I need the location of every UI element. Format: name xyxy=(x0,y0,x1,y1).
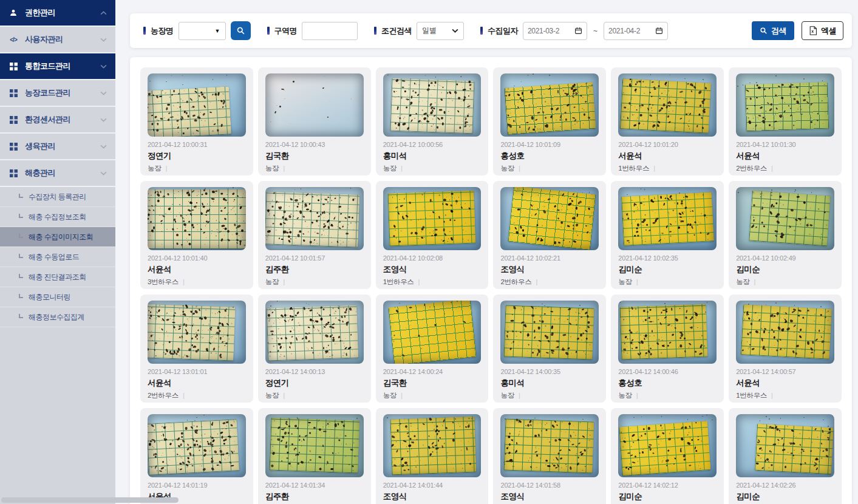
date-to-value: 2021-04-2 xyxy=(608,27,653,35)
zone-name: 농장| xyxy=(618,391,717,400)
trap-photo-thumbnail xyxy=(265,187,364,250)
image-card[interactable]: 2021-04-12 10:01:30 서윤석 2번하우스| xyxy=(729,67,842,175)
sidebar-subitem-해충 수집이미지조회[interactable]: 해충 수집이미지조회 xyxy=(0,227,115,247)
capture-datetime: 2021-04-12 14:00:13 xyxy=(265,368,364,375)
sidebar-subitem-수집장치 등록관리[interactable]: 수집장치 등록관리 xyxy=(0,187,115,207)
farm-name-select[interactable]: ▼ xyxy=(179,22,226,40)
app: 권한관리 </> 사용자관리 통합코드관리 농장코드관리 환경센서관리 생육관리… xyxy=(0,0,858,504)
farmer-name: 김미순 xyxy=(618,264,717,275)
sidebar-subitem-해충정보수집집계[interactable]: 해충정보수집집계 xyxy=(0,307,115,327)
date-from-input[interactable]: 2021-03-2 xyxy=(523,22,587,40)
trap-photo-thumbnail xyxy=(265,301,364,364)
search-icon xyxy=(236,26,245,35)
image-card[interactable]: 2021-04-12 14:01:44 조영식 | xyxy=(376,408,489,504)
image-card[interactable]: 2021-04-12 10:01:40 서윤석 3번하우스| xyxy=(140,181,253,289)
image-card[interactable]: 2021-04-12 10:01:57 김주환 농장| xyxy=(258,181,371,289)
image-card[interactable]: 2021-04-12 14:00:57 서윤석 1번하우스| xyxy=(729,295,842,403)
image-card[interactable]: 2021-04-12 10:02:21 조영식 2번하우스| xyxy=(493,181,606,289)
excel-file-icon: x xyxy=(809,26,817,35)
image-card[interactable]: 2021-04-12 14:00:46 홍성호 농장| xyxy=(611,295,724,403)
trap-photo-thumbnail xyxy=(500,73,599,137)
image-card[interactable]: 2021-04-12 10:00:43 김국환 농장| xyxy=(258,67,371,175)
image-card[interactable]: 2021-04-12 10:01:20 서윤석 1번하우스| xyxy=(611,67,724,175)
sidebar-subitem-해충 수집정보조회[interactable]: 해충 수집정보조회 xyxy=(0,207,115,227)
sidebar-subitem-label: 해충정보수집집계 xyxy=(29,312,84,322)
zone-divider: | xyxy=(771,392,773,399)
image-card[interactable]: 2021-04-12 14:02:26 김미순 | xyxy=(729,408,842,504)
excel-button[interactable]: x 엑셀 xyxy=(802,21,843,40)
sidebar-item-사용자관리[interactable]: </> 사용자관리 xyxy=(0,27,115,53)
trap-photo-thumbnail xyxy=(148,301,246,364)
image-card[interactable]: 2021-04-12 14:00:35 홍미석 농장| xyxy=(493,295,606,403)
sticky-trap xyxy=(267,305,359,362)
label-bar-icon xyxy=(374,27,376,35)
image-card[interactable]: 2021-04-12 13:01:01 서윤석 2번하우스| xyxy=(140,295,253,403)
chevron-down-icon xyxy=(100,38,107,42)
image-card[interactable]: 2021-04-12 14:00:13 정연기 농장| xyxy=(258,295,371,403)
image-card[interactable]: 2021-04-12 14:01:58 조영식 | xyxy=(493,408,606,504)
capture-datetime: 2021-04-12 14:02:26 xyxy=(736,482,834,489)
zone-name-group: 구역명 xyxy=(267,22,358,40)
image-card[interactable]: 2021-04-12 14:00:24 김국환 농장| xyxy=(376,295,489,403)
trap-photo-thumbnail xyxy=(736,301,834,364)
zone-name-input[interactable] xyxy=(302,22,358,40)
chevron-down-icon xyxy=(100,171,107,175)
zone-divider: | xyxy=(754,278,756,285)
condition-select-value: 일별 xyxy=(422,26,452,36)
zone-divider: | xyxy=(636,392,638,399)
grid-icon xyxy=(7,63,19,70)
image-card[interactable]: 2021-04-12 10:02:35 김미순 농장| xyxy=(611,181,724,289)
trap-photo-thumbnail xyxy=(265,414,364,477)
sidebar-item-해충관리[interactable]: 해충관리 xyxy=(0,160,115,187)
image-card[interactable]: 2021-04-12 14:01:34 김주환 | xyxy=(258,408,371,504)
farm-search-button[interactable] xyxy=(231,21,251,40)
image-card[interactable]: 2021-04-12 14:02:12 김미순 | xyxy=(611,408,724,504)
zone-divider: | xyxy=(653,165,655,172)
trap-photo-thumbnail xyxy=(148,187,246,250)
calendar-icon xyxy=(655,27,663,35)
image-card[interactable]: 2021-04-12 14:01:19 서윤석 | xyxy=(140,408,253,504)
zone-name: 농장| xyxy=(148,164,246,173)
sidebar-subitem-해충모니터링[interactable]: 해충모니터링 xyxy=(0,287,115,307)
zone-divider: | xyxy=(183,278,185,285)
capture-datetime: 2021-04-12 13:01:01 xyxy=(148,368,246,375)
trap-photo-thumbnail xyxy=(500,187,599,250)
capture-datetime: 2021-04-12 10:00:31 xyxy=(148,141,246,148)
condition-select[interactable]: 일별 xyxy=(417,22,464,40)
zone-name: 농장| xyxy=(265,164,364,173)
search-button[interactable]: 검색 xyxy=(752,21,794,40)
farmer-name: 김주환 xyxy=(265,491,364,502)
sidebar-item-통합코드관리[interactable]: 통합코드관리 xyxy=(0,53,115,80)
search-button-label: 검색 xyxy=(771,26,786,36)
sidebar-item-권한관리[interactable]: 권한관리 xyxy=(0,0,115,27)
label-bar-icon xyxy=(267,27,270,35)
sidebar-subitem-label: 해충 진단결과조회 xyxy=(29,272,86,282)
sidebar-subitem-해충 진단결과조회[interactable]: 해충 진단결과조회 xyxy=(0,267,115,287)
image-card[interactable]: 2021-04-12 10:01:09 홍성호 농장| xyxy=(493,67,606,175)
sidebar-item-label: 통합코드관리 xyxy=(25,61,70,72)
image-card[interactable]: 2021-04-12 10:00:56 홍미석 농장| xyxy=(376,67,489,175)
grid-icon xyxy=(7,169,19,177)
image-card[interactable]: 2021-04-12 10:02:08 조영식 1번하우스| xyxy=(376,181,489,289)
sidebar-item-label: 생육관리 xyxy=(25,141,55,152)
date-to-input[interactable]: 2021-04-2 xyxy=(604,22,668,40)
image-card[interactable]: 2021-04-12 10:00:31 정연기 농장| xyxy=(140,67,253,175)
label-bar-icon xyxy=(480,27,483,35)
image-card[interactable]: 2021-04-12 10:02:49 김미순 농장| xyxy=(729,181,842,289)
sticky-trap xyxy=(504,82,596,135)
sidebar-item-생육관리[interactable]: 생육관리 xyxy=(0,134,115,160)
sidebar-subitem-해충 수동업로드[interactable]: 해충 수동업로드 xyxy=(0,247,115,267)
filter-bar: 농장명 ▼ 구역명 조건검색 일 xyxy=(130,13,852,48)
user-icon xyxy=(7,9,19,17)
sidebar-item-농장코드관리[interactable]: 농장코드관리 xyxy=(0,80,115,107)
tree-branch-icon xyxy=(19,214,23,218)
sidebar-item-환경센서관리[interactable]: 환경센서관리 xyxy=(0,107,115,134)
horizontal-scrollbar[interactable] xyxy=(1,497,179,503)
sidebar-subitem-label: 수집장치 등록관리 xyxy=(29,192,86,202)
trap-photo-thumbnail xyxy=(736,414,834,477)
trap-photo-thumbnail xyxy=(383,301,482,364)
trap-photo-thumbnail xyxy=(618,301,717,364)
trap-photo-thumbnail xyxy=(736,187,834,250)
sticky-trap xyxy=(148,304,235,361)
sticky-trap xyxy=(504,419,594,474)
